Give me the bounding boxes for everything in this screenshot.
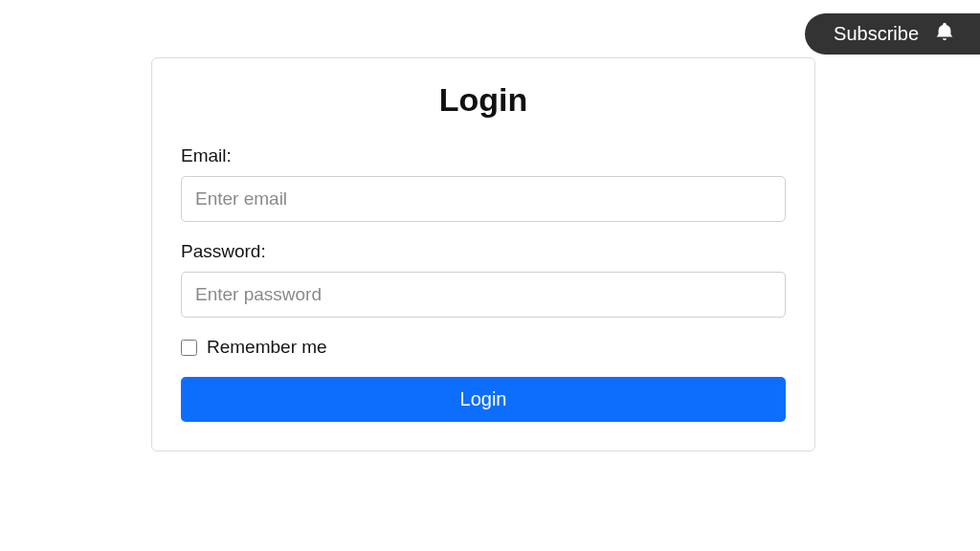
remember-label: Remember me: [207, 337, 327, 358]
login-card: Login Email: Password: Remember me Login: [151, 57, 815, 452]
password-field[interactable]: [181, 272, 786, 318]
password-label: Password:: [181, 241, 786, 262]
email-field[interactable]: [181, 176, 786, 222]
subscribe-label: Subscribe: [834, 23, 919, 45]
login-button[interactable]: Login: [181, 377, 786, 422]
subscribe-button[interactable]: Subscribe: [805, 13, 980, 55]
email-group: Email:: [181, 145, 786, 222]
bell-icon: [934, 21, 955, 47]
remember-checkbox[interactable]: [181, 340, 197, 356]
email-label: Email:: [181, 145, 786, 166]
remember-row: Remember me: [181, 337, 786, 358]
login-title: Login: [181, 81, 786, 119]
password-group: Password:: [181, 241, 786, 318]
